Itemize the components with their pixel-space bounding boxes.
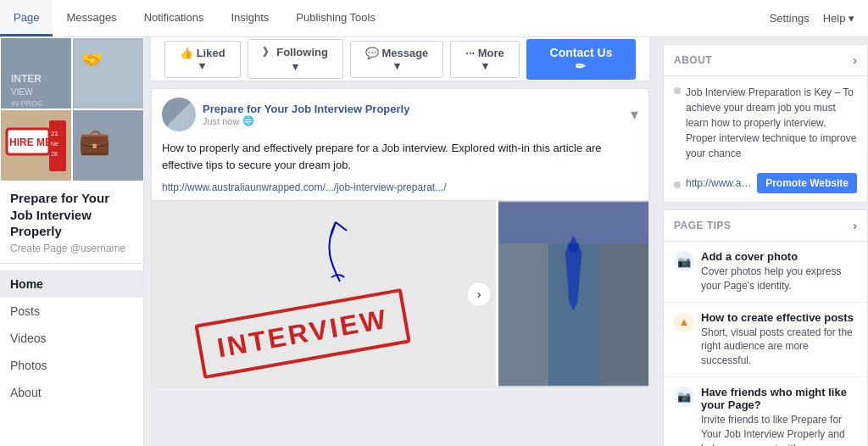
post-image-left: INTERVIEW (152, 201, 496, 387)
cover-cell-4: 💼 (72, 109, 144, 181)
svg-text:HIRE ME!: HIRE ME! (9, 137, 55, 148)
nav-tabs: Page Messages Notifications Insights Pub… (0, 0, 389, 36)
promote-website-button[interactable]: Promote Website (757, 173, 857, 193)
tip-posts-desc: Short, visual posts created for the righ… (701, 326, 857, 368)
tip-friends-desc: Invite friends to like Prepare for Your … (701, 413, 857, 446)
help-link[interactable]: Help ▾ (823, 12, 854, 25)
cover-photo: INTER VIEW IN PROG.. 🤝 HIRE ME! 21 (0, 37, 144, 181)
right-sidebar: ABOUT › Job Interview Preparation is Key… (656, 37, 868, 446)
tab-page[interactable]: Page (0, 0, 53, 36)
about-text: Job Interview Preparation is Key – To ac… (664, 76, 867, 170)
cover-cell-1: INTER VIEW IN PROG.. (0, 37, 72, 109)
tab-notifications[interactable]: Notifications (131, 0, 218, 36)
tip-posts-title: How to create effective posts (701, 311, 857, 324)
tips-expand-icon[interactable]: › (853, 219, 857, 232)
page-tips-header: PAGE TIPS › (664, 210, 867, 242)
svg-text:21: 21 (51, 130, 58, 137)
tip-item-posts: ▲ How to create effective posts Short, v… (664, 303, 867, 377)
sidebar-item-home[interactable]: Home (0, 270, 143, 298)
nav-right: Settings Help ▾ (756, 0, 868, 36)
top-navigation: Page Messages Notifications Insights Pub… (0, 0, 868, 37)
middle-content: 👍 Liked ▾ 》 Following ▾ 💬 Message ▾ ··· … (144, 37, 656, 446)
post-page-name[interactable]: Prepare for Your Job Interview Properly (203, 103, 624, 115)
next-image-button[interactable]: › (466, 282, 492, 307)
following-button[interactable]: 》 Following ▾ (248, 39, 343, 79)
svg-text:Ne: Ne (51, 141, 58, 147)
page-tips-card: PAGE TIPS › 📷 Add a cover photo Cover ph… (663, 209, 868, 446)
avatar (162, 98, 196, 131)
tab-insights[interactable]: Insights (217, 0, 282, 36)
post-image-right (496, 201, 648, 387)
about-dot-2 (674, 181, 681, 188)
tip-item-friends: 📷 Have friends who might like your Page?… (664, 377, 867, 446)
about-title: ABOUT (674, 54, 712, 66)
tip-posts-icon: ▲ (674, 312, 694, 332)
about-website-link[interactable]: http://www.australiaun... (686, 177, 752, 189)
svg-rect-19 (598, 244, 648, 386)
svg-text:🤝: 🤝 (81, 49, 103, 70)
post-header: Prepare for Your Job Interview Properly … (152, 89, 648, 140)
cover-cell-3: HIRE ME! 21 Ne 28 (0, 109, 72, 181)
tip-cover-desc: Cover photos help you express your Page'… (701, 265, 857, 293)
tab-publishing-tools[interactable]: Publishing Tools (282, 0, 389, 36)
post-options-button[interactable]: ▾ (631, 105, 638, 124)
tip-item-cover: 📷 Add a cover photo Cover photos help yo… (664, 242, 867, 303)
liked-button[interactable]: 👍 Liked ▾ (164, 41, 241, 78)
page-info: Prepare for Your Job Interview Properly … (0, 181, 143, 264)
post-time: Just now 🌐 (203, 115, 624, 126)
sidebar-item-about[interactable]: About (0, 379, 143, 406)
about-expand-icon[interactable]: › (853, 53, 857, 67)
tip-cover-title: Add a cover photo (701, 250, 857, 263)
message-button[interactable]: 💬 Message ▾ (350, 41, 443, 78)
sidebar-item-videos[interactable]: Videos (0, 325, 143, 352)
page-layout: INTER VIEW IN PROG.. 🤝 HIRE ME! 21 (0, 37, 868, 446)
svg-text:VIEW: VIEW (11, 87, 33, 97)
page-username: Create Page @username (10, 243, 133, 254)
svg-text:IN PROG..: IN PROG.. (11, 99, 47, 108)
tip-cover-icon: 📷 (674, 251, 694, 271)
left-sidebar: INTER VIEW IN PROG.. 🤝 HIRE ME! 21 (0, 37, 144, 446)
sidebar-item-photos[interactable]: Photos (0, 352, 143, 379)
page-tips-title: PAGE TIPS (674, 220, 732, 231)
post-card: Prepare for Your Job Interview Properly … (151, 88, 649, 387)
svg-rect-17 (498, 244, 548, 386)
contact-us-button[interactable]: Contact Us ✏ (526, 39, 636, 80)
about-card-header: ABOUT › (664, 45, 867, 76)
tip-friends-title: Have friends who might like your Page? (701, 386, 857, 411)
action-bar: 👍 Liked ▾ 》 Following ▾ 💬 Message ▾ ··· … (151, 37, 649, 81)
more-button[interactable]: ··· More ▾ (450, 41, 520, 78)
stamp-text: INTERVIEW (214, 304, 391, 365)
cover-cell-2: 🤝 (72, 37, 144, 109)
sidebar-navigation: Home Posts Videos Photos About (0, 264, 143, 413)
post-images: INTERVIEW (152, 200, 648, 387)
svg-text:28: 28 (51, 151, 58, 157)
about-link-row: http://www.australiaun... Promote Websit… (664, 170, 867, 202)
arrow-drawing (289, 205, 391, 290)
about-card: ABOUT › Job Interview Preparation is Key… (663, 44, 868, 203)
globe-icon: 🌐 (242, 115, 254, 126)
interview-stamp: INTERVIEW (198, 306, 408, 361)
tab-messages[interactable]: Messages (53, 0, 130, 36)
page-name: Prepare for Your Job Interview Properly (10, 190, 133, 240)
post-link[interactable]: http://www.australiaunwrapped.com/.../jo… (152, 181, 648, 200)
svg-marker-21 (568, 244, 580, 253)
post-meta: Prepare for Your Job Interview Properly … (203, 103, 624, 126)
svg-text:INTER: INTER (11, 73, 42, 85)
post-text: How to properly and effectively prepare … (152, 140, 648, 181)
about-dot (674, 87, 681, 94)
svg-text:💼: 💼 (79, 126, 111, 157)
sidebar-item-posts[interactable]: Posts (0, 298, 143, 325)
tip-friends-icon: 📷 (674, 387, 694, 407)
settings-link[interactable]: Settings (770, 12, 810, 25)
